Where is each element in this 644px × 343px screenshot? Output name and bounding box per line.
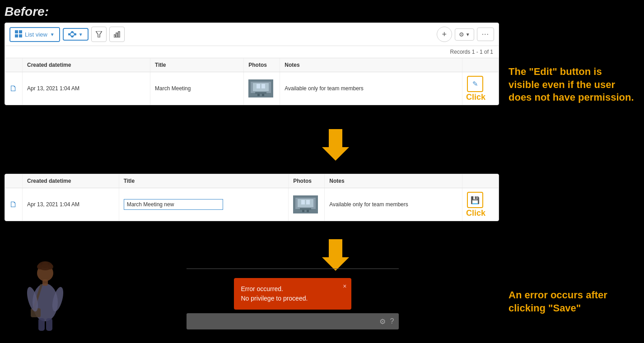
- view-label: List view: [25, 31, 47, 38]
- filter-btn[interactable]: [91, 27, 107, 42]
- row2-created-cell: Apr 13, 2021 1:04 AM: [23, 188, 119, 221]
- error-close-btn[interactable]: ×: [343, 282, 346, 291]
- click-label-2: Click: [466, 209, 485, 218]
- svg-rect-30: [301, 200, 305, 204]
- row-notes-cell: Available only for team members: [280, 72, 462, 105]
- col2-header-notes: Notes: [325, 174, 462, 188]
- workflow-btn[interactable]: ▼: [63, 28, 89, 41]
- row2-title-cell: [119, 188, 289, 221]
- col-header-notes: Notes: [280, 58, 462, 72]
- svg-rect-19: [253, 83, 269, 91]
- svg-rect-29: [300, 208, 311, 210]
- panel-before: List view ▼ ▼: [5, 23, 499, 105]
- data-table-1: Created datetime Title Photos Notes 🗋 Ap…: [5, 58, 499, 105]
- table-row-2: 🗋 Apr 13, 2021 1:04 AM: [5, 188, 499, 221]
- person-illustration: [5, 255, 86, 332]
- svg-point-39: [42, 262, 48, 268]
- before-label: Before:: [5, 5, 49, 19]
- svg-rect-47: [46, 318, 52, 331]
- edit-button[interactable]: ✎: [467, 76, 483, 92]
- row-doc-icon: 🗋: [9, 84, 18, 93]
- row2-photo-cell: [289, 188, 325, 221]
- photo-thumbnail: [248, 79, 273, 97]
- workflow-dropdown-arrow: ▼: [79, 32, 83, 37]
- row-icon-cell: 🗋: [5, 72, 23, 105]
- svg-rect-13: [114, 35, 115, 37]
- svg-line-8: [70, 32, 71, 34]
- row-created-cell: Apr 13, 2021 1:04 AM: [23, 72, 150, 105]
- status-help-icon: ?: [390, 317, 394, 325]
- col2-header-created: Created datetime: [23, 174, 119, 188]
- svg-marker-25: [322, 129, 349, 161]
- annotation-permission: The "Edit" button is visible even if the…: [509, 65, 635, 104]
- save-disk-icon: 💾: [471, 196, 480, 204]
- row-photo-cell: [244, 72, 280, 105]
- grid-icon: [15, 30, 22, 39]
- error-box: Error occurred. No privilege to proceed.…: [234, 278, 351, 310]
- svg-rect-0: [15, 30, 18, 33]
- status-bar: ⚙ ?: [187, 313, 399, 329]
- svg-rect-22: [261, 84, 265, 88]
- svg-point-5: [71, 32, 73, 33]
- col2-header-icon: [5, 174, 23, 188]
- col2-header-photos: Photos: [289, 174, 325, 188]
- panel-editing: Created datetime Title Photos Notes 🗋 Ap…: [5, 174, 499, 221]
- view-selector[interactable]: List view ▼: [9, 27, 60, 42]
- col-header-photos: Photos: [244, 58, 280, 72]
- table-row: 🗋 Apr 13, 2021 1:04 AM March Meeting: [5, 72, 499, 105]
- ellipsis-icon: ···: [482, 30, 489, 38]
- row-action-cell[interactable]: ✎ Click: [462, 72, 499, 105]
- photo-thumbnail-2: [293, 195, 318, 213]
- svg-point-37: [37, 264, 42, 269]
- plus-icon: +: [442, 30, 447, 39]
- click-label-1: Click: [466, 93, 485, 102]
- toolbar: List view ▼ ▼: [5, 23, 499, 46]
- svg-point-38: [48, 264, 53, 269]
- gear-dropdown-arrow: ▼: [466, 32, 470, 37]
- svg-rect-3: [19, 34, 22, 37]
- svg-marker-12: [96, 31, 102, 37]
- view-selector-main[interactable]: List view ▼: [10, 28, 59, 41]
- row2-doc-icon: 🗋: [9, 200, 18, 209]
- error-area: Error occurred. No privilege to proceed.…: [86, 255, 499, 329]
- svg-rect-32: [302, 210, 304, 212]
- svg-rect-28: [298, 199, 313, 207]
- svg-rect-1: [19, 30, 22, 33]
- gear-icon: ⚙: [459, 31, 464, 38]
- col2-header-action: [462, 174, 499, 188]
- col-header-action: [462, 58, 499, 72]
- svg-line-10: [73, 32, 75, 34]
- error-line1: Error occurred.: [241, 284, 344, 294]
- save-button[interactable]: 💾: [467, 192, 483, 208]
- annotation-error: An error occurs after clicking "Save": [509, 289, 635, 315]
- add-btn[interactable]: +: [437, 27, 452, 42]
- data-table-2: Created datetime Title Photos Notes 🗋 Ap…: [5, 174, 499, 221]
- title-edit-input[interactable]: [124, 199, 223, 210]
- error-line2: No privilege to proceed.: [241, 294, 344, 303]
- svg-line-11: [73, 34, 75, 37]
- separator-line: [187, 269, 399, 269]
- svg-rect-46: [38, 318, 45, 331]
- col-header-icon: [5, 58, 23, 72]
- row2-icon-cell: 🗋: [5, 188, 23, 221]
- dropdown-chevron-icon: ▼: [50, 32, 55, 37]
- svg-rect-15: [118, 32, 120, 37]
- svg-rect-21: [257, 84, 260, 88]
- svg-rect-23: [257, 94, 260, 96]
- col2-header-title: Title: [119, 174, 289, 188]
- records-count: Records 1 - 1 of 1: [5, 46, 499, 58]
- bottom-section: Error occurred. No privilege to proceed.…: [5, 255, 499, 332]
- svg-rect-31: [306, 200, 310, 204]
- edit-pencil-icon: ✎: [472, 80, 478, 88]
- chart-btn[interactable]: [109, 27, 125, 42]
- col-header-created: Created datetime: [23, 58, 150, 72]
- row2-action-cell[interactable]: 💾 Click: [462, 188, 499, 221]
- settings-btn[interactable]: ⚙ ▼: [455, 28, 474, 41]
- more-btn[interactable]: ···: [477, 28, 494, 41]
- col-header-title: Title: [150, 58, 244, 72]
- svg-rect-2: [15, 34, 18, 37]
- svg-rect-20: [255, 92, 266, 94]
- svg-point-4: [68, 34, 70, 35]
- svg-rect-24: [262, 94, 264, 96]
- svg-line-9: [70, 34, 71, 37]
